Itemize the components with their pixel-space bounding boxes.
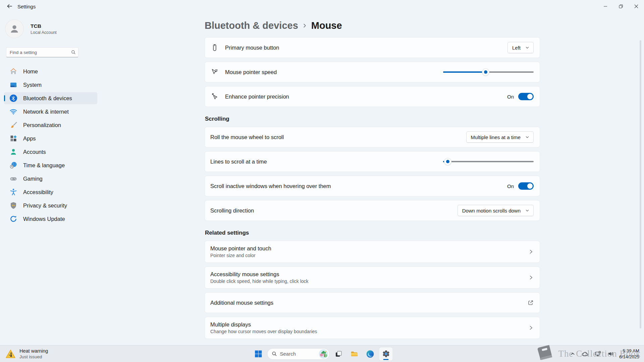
breadcrumb-parent[interactable]: Bluetooth & devices — [205, 20, 298, 31]
pointer-speed-slider[interactable] — [443, 71, 534, 73]
scrolling-direction-dropdown[interactable]: Down motion scrolls down — [458, 205, 534, 216]
setting-label: Lines to scroll at a time — [210, 159, 443, 165]
tray-time: 5:39 AM — [619, 348, 639, 354]
pointer-speed-icon — [210, 68, 219, 76]
external-link-icon — [528, 300, 534, 306]
file-explorer-icon — [350, 350, 359, 358]
wheel-scroll-dropdown[interactable]: Multiple lines at a time — [466, 131, 534, 143]
task-view-icon — [335, 350, 343, 358]
slider-handle[interactable] — [482, 69, 489, 75]
volume-icon[interactable] — [606, 350, 615, 358]
minimize-icon — [603, 4, 607, 8]
chevron-right-icon — [528, 325, 534, 330]
close-icon — [634, 4, 638, 8]
toggle-state-label: On — [507, 183, 514, 189]
settings-window: Settings TCB Local Account — [0, 0, 644, 362]
setting-row-inactive-scroll: Scroll inactive windows when hovering ov… — [205, 176, 540, 196]
taskbar-search[interactable] — [267, 348, 330, 360]
page-title: Mouse — [311, 20, 342, 31]
primary-button-dropdown[interactable]: Left — [507, 42, 534, 53]
lines-scroll-slider[interactable] — [443, 161, 534, 162]
related-title: Accessibility mouse settings — [210, 271, 524, 278]
taskbar-search-input[interactable] — [280, 351, 314, 357]
heat-warning-icon — [5, 349, 16, 359]
restore-button[interactable] — [613, 0, 629, 13]
setting-row-primary-mouse-button: Primary mouse button Left — [205, 37, 540, 58]
search-highlight-image[interactable] — [319, 349, 328, 359]
setting-row-scrolling-direction: Scrolling direction Down motion scrolls … — [205, 200, 540, 221]
related-subtitle: Pointer size and color — [210, 253, 524, 258]
edge-button[interactable] — [364, 347, 377, 361]
widget-title: Heat warning — [19, 348, 48, 354]
settings-gear-icon — [382, 350, 390, 358]
enhance-precision-icon — [210, 92, 219, 101]
restore-icon — [619, 4, 623, 8]
start-button[interactable] — [252, 347, 265, 361]
related-row-additional-mouse[interactable]: Additional mouse settings — [205, 292, 540, 313]
related-subtitle: Double click speed, hide while typing, c… — [210, 279, 524, 284]
setting-label: Roll the mouse wheel to scroll — [210, 134, 466, 140]
setting-row-enhance-precision: Enhance pointer precision On — [205, 86, 540, 107]
section-header-related: Related settings — [205, 230, 540, 236]
related-row-accessibility-mouse[interactable]: Accessibility mouse settings Double clic… — [205, 266, 540, 289]
tray-date: 6/14/2025 — [619, 354, 639, 360]
setting-row-pointer-speed: Mouse pointer speed — [205, 62, 540, 82]
mouse-icon — [210, 43, 219, 52]
window-controls — [598, 0, 644, 13]
setting-row-wheel-scroll: Roll the mouse wheel to scroll Multiple … — [205, 127, 540, 147]
edge-icon — [366, 350, 375, 358]
settings-taskbar-button[interactable] — [379, 347, 393, 361]
breadcrumb-chevron-icon — [302, 23, 307, 28]
search-icon — [272, 351, 277, 356]
chevron-down-icon — [525, 46, 529, 50]
enhance-precision-toggle[interactable] — [518, 93, 534, 100]
setting-label: Scrolling direction — [210, 207, 458, 214]
slider-handle[interactable] — [444, 158, 451, 165]
close-button[interactable] — [629, 0, 644, 13]
display-device-icon[interactable] — [593, 350, 602, 358]
chevron-down-icon — [525, 135, 529, 139]
system-tray: 5:39 AM 6/14/2025 — [569, 346, 644, 362]
onedrive-cloud-icon[interactable] — [580, 350, 589, 358]
task-view-button[interactable] — [332, 347, 345, 361]
back-arrow-icon — [6, 3, 12, 10]
section-header-scrolling: Scrolling — [205, 116, 540, 122]
setting-label: Enhance pointer precision — [225, 94, 507, 100]
related-title: Multiple displays — [210, 321, 524, 328]
chevron-right-icon — [528, 249, 534, 254]
chevron-up-icon[interactable] — [569, 350, 576, 357]
dropdown-value: Multiple lines at a time — [471, 134, 521, 140]
taskbar-center — [252, 346, 393, 362]
titlebar: Settings — [0, 0, 644, 13]
related-title: Mouse pointer and touch — [210, 245, 524, 252]
setting-label: Primary mouse button — [225, 45, 507, 51]
chevron-down-icon — [525, 208, 529, 213]
related-row-mouse-pointer-touch[interactable]: Mouse pointer and touch Pointer size and… — [205, 241, 540, 263]
widget-status: Just issued — [19, 354, 48, 359]
scrollbar[interactable] — [640, 40, 641, 328]
app-title: Settings — [17, 0, 36, 13]
breadcrumb: Bluetooth & devices Mouse — [205, 20, 540, 31]
clock[interactable]: 5:39 AM 6/14/2025 — [619, 348, 639, 360]
setting-label: Scroll inactive windows when hovering ov… — [210, 183, 507, 189]
inactive-scroll-toggle[interactable] — [518, 182, 534, 190]
taskbar: Heat warning Just issued — [0, 345, 644, 362]
related-title: Additional mouse settings — [210, 300, 524, 306]
weather-widget[interactable]: Heat warning Just issued — [0, 346, 53, 362]
setting-label: Mouse pointer speed — [225, 69, 443, 75]
minimize-button[interactable] — [598, 0, 613, 13]
file-explorer-button[interactable] — [348, 347, 361, 361]
start-icon — [254, 350, 262, 358]
setting-row-lines-scroll: Lines to scroll at a time — [205, 151, 540, 172]
toggle-state-label: On — [507, 94, 514, 100]
dropdown-value: Down motion scrolls down — [462, 208, 521, 214]
related-subtitle: Change how cursor moves over display bou… — [210, 329, 524, 334]
main-content: Bluetooth & devices Mouse Primary mouse … — [0, 13, 644, 345]
dropdown-value: Left — [512, 45, 521, 51]
back-button[interactable] — [3, 2, 15, 11]
related-row-multiple-displays[interactable]: Multiple displays Change how cursor move… — [205, 317, 540, 339]
chevron-right-icon — [528, 275, 534, 280]
